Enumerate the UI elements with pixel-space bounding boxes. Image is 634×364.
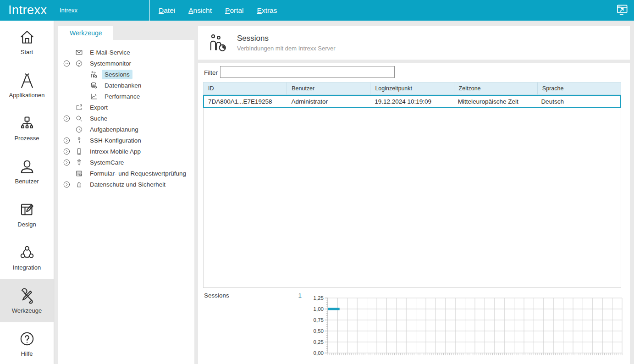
table-row[interactable]: 7DA800A1...E7E19258Administrator19.12.20… [203, 95, 621, 108]
org-chart-icon [19, 115, 35, 132]
table-empty-area [203, 108, 621, 288]
sidebar-item-design[interactable]: Design [0, 193, 54, 236]
tree-item-label: SystemCare [87, 158, 127, 167]
page-title: Sessions [237, 34, 269, 43]
menubar: DateiAnsichtPortalExtras [159, 0, 277, 21]
svg-text:0,50: 0,50 [314, 328, 324, 334]
tree-item-suche[interactable]: Suche [58, 113, 194, 124]
sidebar-item-label: Hilfe [21, 350, 33, 357]
sessions-users-icon [90, 71, 98, 78]
tree-item-label: Export [87, 103, 110, 112]
intrexx-portal-manager: { "titlebar": { "logo": "Intrexx", "wind… [0, 0, 634, 364]
sessions-users-icon [208, 33, 227, 53]
column-header-zeitzone[interactable]: Zeitzone [454, 83, 537, 94]
sidebar-item-start[interactable]: Start [0, 21, 54, 64]
sidebar-item-label: Prozesse [14, 135, 39, 142]
column-header-benutzer[interactable]: Benutzer [287, 83, 370, 94]
sidebar-item-label: Start [21, 49, 33, 55]
sessions-chart: 0,000,250,500,751,001,25 [308, 293, 624, 360]
menu-datei[interactable]: Datei [159, 6, 175, 15]
tree-item-performance[interactable]: Performance [58, 91, 194, 102]
home-icon [19, 29, 35, 45]
chevron-spacer [63, 49, 71, 56]
tree-item-datenbanken[interactable]: Datenbanken [58, 80, 194, 91]
sidebar-item-label: Werkzeuge [12, 307, 42, 314]
sidebar-item-integration[interactable]: Integration [0, 236, 54, 279]
sidebar-item-label: Design [17, 221, 36, 228]
tools-icon [19, 287, 35, 304]
table-cell: 19.12.2024 10:19:09 [370, 96, 454, 107]
sidebar-item-prozesse[interactable]: Prozesse [0, 107, 54, 150]
tree-item-email-service[interactable]: E-Mail-Service [58, 47, 194, 58]
titlebar: Intrexx Intrexx DateiAnsichtPortalExtras [0, 0, 634, 21]
table-cell: Deutsch [537, 96, 620, 107]
search-icon [75, 115, 83, 122]
svg-text:1,25: 1,25 [314, 295, 324, 301]
svg-text:1,00: 1,00 [314, 306, 324, 312]
tree-item-label: Systemmonitor [87, 59, 134, 68]
open-portal-window-icon[interactable] [615, 3, 629, 17]
filter-input[interactable] [220, 66, 395, 78]
tree-item-systemcare[interactable]: SystemCare [58, 157, 194, 168]
tree-item-ssh-konfiguration[interactable]: SSH-Konfiguration [58, 135, 194, 146]
svg-text:0,00: 0,00 [314, 350, 324, 356]
integration-icon [19, 244, 35, 261]
design-icon [19, 201, 35, 218]
tree-item-label: E-Mail-Service [87, 48, 133, 57]
intrexx-logo: Intrexx [8, 3, 47, 17]
tree-item-formular-pruefung[interactable]: Formular- und Requestwertprüfung [58, 168, 194, 179]
sidebar-item-hilfe[interactable]: Hilfe [0, 322, 54, 364]
tree-item-label: Aufgabenplanung [87, 125, 141, 134]
tree-item-mobile-app[interactable]: Intrexx Mobile App [58, 146, 194, 157]
column-header-sprache[interactable]: Sprache [537, 83, 621, 94]
sidebar-item-applikationen[interactable]: Applikationen [0, 64, 54, 107]
tree-item-export[interactable]: Export [58, 102, 194, 113]
sidebar-item-werkzeuge[interactable]: Werkzeuge [0, 279, 54, 322]
chevron-spacer [63, 170, 71, 177]
help-icon [19, 331, 35, 347]
tree-item-label: Sessions [102, 70, 132, 79]
tools-tree-panel: Werkzeuge E-Mail-ServiceSystemmonitorSes… [58, 26, 194, 364]
tab-werkzeuge[interactable]: Werkzeuge [58, 26, 113, 40]
table-cell: Mitteleuropäische Zeit [454, 96, 537, 107]
menu-portal[interactable]: Portal [225, 6, 244, 15]
chevron-right-icon[interactable] [63, 181, 71, 188]
chevron-right-icon[interactable] [63, 148, 71, 155]
column-header-loginzeitpunkt[interactable]: Loginzeitpunkt [370, 83, 453, 94]
caduceus-icon [75, 159, 83, 166]
svg-text:0,75: 0,75 [314, 317, 324, 323]
tree-item-label: SSH-Konfiguration [87, 136, 144, 145]
key-icon [75, 137, 83, 144]
table-header-row: IDBenutzerLoginzeitpunktZeitzoneSprache [203, 82, 621, 95]
sessions-count-label: Sessions [204, 292, 229, 299]
menu-ansicht[interactable]: Ansicht [188, 6, 212, 15]
sessions-header-card: Sessions Verbindungen mit dem Intrexx Se… [198, 26, 630, 60]
tree-item-label: Datenschutz und Sicherheit [87, 180, 168, 189]
tree-item-sessions[interactable]: Sessions [58, 69, 194, 80]
sessions-table: IDBenutzerLoginzeitpunktZeitzoneSprache7… [203, 82, 621, 288]
chevron-spacer [63, 126, 71, 133]
chevron-right-icon[interactable] [63, 137, 71, 144]
lock-icon [75, 181, 83, 188]
menu-extras[interactable]: Extras [257, 6, 277, 15]
monitor-gauge-icon [75, 60, 83, 67]
sidebar-item-label: Integration [13, 264, 41, 271]
envelope-icon [75, 49, 83, 56]
sidebar-item-benutzer[interactable]: Benutzer [0, 150, 54, 193]
tools-tree: E-Mail-ServiceSystemmonitorSessionsDaten… [58, 40, 194, 364]
tree-item-datenschutz[interactable]: Datenschutz und Sicherheit [58, 179, 194, 190]
column-header-id[interactable]: ID [204, 83, 287, 94]
sessions-content-card: Filter IDBenutzerLoginzeitpunktZeitzoneS… [198, 63, 630, 364]
chevron-right-icon[interactable] [63, 115, 71, 122]
chevron-down-icon[interactable] [63, 60, 71, 67]
user-icon [19, 158, 35, 175]
smartphone-icon [75, 148, 83, 155]
table-cell: 7DA800A1...E7E19258 [204, 96, 287, 107]
tree-item-systemmonitor[interactable]: Systemmonitor [58, 58, 194, 69]
performance-chart-icon [90, 93, 98, 100]
chevron-right-icon[interactable] [63, 159, 71, 166]
module-sidebar: StartApplikationenProzesseBenutzerDesign… [0, 21, 54, 364]
sidebar-item-label: Applikationen [9, 92, 44, 99]
chevron-spacer [63, 104, 71, 111]
tree-item-aufgabenplanung[interactable]: Aufgabenplanung [58, 124, 194, 135]
